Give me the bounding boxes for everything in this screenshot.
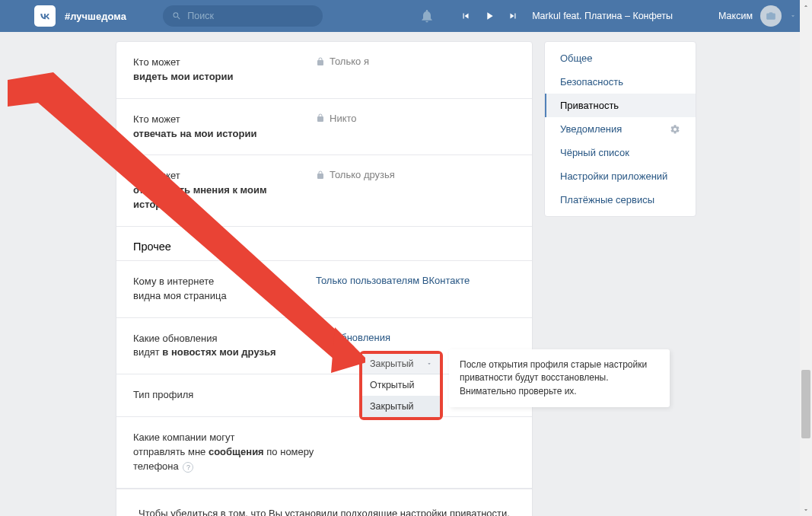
- setting-label: Кто можетотправлять мнения к моим истори…: [133, 169, 316, 212]
- topbar: #лучшедома Markul feat. Платина – Конфет…: [0, 0, 812, 32]
- setting-value: Все обновления: [316, 332, 390, 343]
- setting-value: Только я: [316, 56, 369, 67]
- user-block[interactable]: Максим: [718, 5, 797, 27]
- settings-panel: Кто можетвидеть мои истории Только я Кто…: [116, 41, 533, 516]
- scrollbar-down-icon[interactable]: [800, 504, 812, 516]
- setting-label: Кто можетотвечать на мои истории: [133, 113, 316, 142]
- vk-logo[interactable]: [34, 5, 56, 27]
- setting-value: Только друзья: [316, 169, 395, 180]
- play-icon[interactable]: [483, 10, 495, 22]
- setting-row-stories-reply[interactable]: Кто можетотвечать на мои истории Никто: [116, 99, 532, 156]
- dropdown-selected[interactable]: Закрытый: [362, 354, 440, 374]
- dropdown-option-closed[interactable]: Закрытый: [362, 396, 440, 417]
- setting-row-companies[interactable]: Какие компании могут отправлять мне сооб…: [116, 417, 532, 489]
- search-icon: [172, 11, 181, 21]
- hashtag[interactable]: #лучшедома: [65, 11, 126, 22]
- scrollbar-thumb[interactable]: [801, 370, 810, 438]
- settings-sidebar: Общее Безопасность Приватность Уведомлен…: [544, 41, 696, 217]
- prev-track-icon[interactable]: [460, 11, 471, 21]
- help-icon[interactable]: ?: [183, 462, 193, 473]
- search-box[interactable]: [163, 5, 323, 27]
- sidebar-item-apps[interactable]: Настройки приложений: [545, 164, 696, 188]
- setting-label: Тип профиля: [133, 388, 316, 403]
- setting-row-stories-opinions[interactable]: Кто можетотправлять мнения к моим истори…: [116, 155, 532, 227]
- track-title[interactable]: Markul feat. Платина – Конфеты: [532, 11, 673, 21]
- footer-note: Чтобы убедиться в том, что Вы установили…: [116, 489, 532, 516]
- sidebar-item-blacklist[interactable]: Чёрный список: [545, 141, 696, 164]
- tooltip: После открытия профиля старые настройки …: [449, 349, 670, 407]
- page-scrollbar[interactable]: [800, 0, 812, 516]
- sidebar-item-notifications[interactable]: Уведомления: [545, 117, 696, 141]
- camera-icon: [766, 11, 776, 21]
- setting-label: Кому в интернетевидна моя страница: [133, 275, 316, 304]
- gear-icon[interactable]: [670, 124, 680, 135]
- sidebar-item-privacy[interactable]: Приватность: [545, 94, 696, 117]
- setting-label: Кто можетвидеть мои истории: [133, 56, 316, 84]
- setting-value: Только пользователям ВКонтакте: [316, 275, 470, 286]
- bell-icon[interactable]: [419, 8, 435, 24]
- user-name: Максим: [718, 11, 753, 21]
- section-title-other: Прочее: [116, 227, 532, 261]
- sidebar-item-general[interactable]: Общее: [545, 46, 696, 70]
- lock-icon: [316, 170, 325, 180]
- chevron-down-icon: [789, 12, 797, 20]
- lock-icon: [316, 113, 325, 123]
- setting-label: Какие обновлениявидят в новостях мои дру…: [133, 332, 316, 361]
- player-controls: [460, 10, 518, 22]
- setting-row-page-visibility[interactable]: Кому в интернетевидна моя страница Тольк…: [116, 261, 532, 318]
- avatar: [760, 5, 782, 27]
- next-track-icon[interactable]: [508, 11, 518, 21]
- sidebar-item-security[interactable]: Безопасность: [545, 70, 696, 94]
- lock-icon: [316, 57, 325, 66]
- search-input[interactable]: [187, 11, 314, 21]
- setting-row-stories-view[interactable]: Кто можетвидеть мои истории Только я: [116, 42, 532, 99]
- caret-down-icon: [426, 361, 432, 367]
- setting-value: Никто: [316, 113, 357, 124]
- setting-label: Какие компании могут отправлять мне сооб…: [133, 431, 316, 474]
- sidebar-item-payments[interactable]: Платёжные сервисы: [545, 188, 696, 212]
- profile-type-dropdown[interactable]: Закрытый Открытый Закрытый: [359, 351, 443, 420]
- scrollbar-up-icon[interactable]: [800, 0, 812, 12]
- dropdown-option-open[interactable]: Открытый: [362, 374, 440, 396]
